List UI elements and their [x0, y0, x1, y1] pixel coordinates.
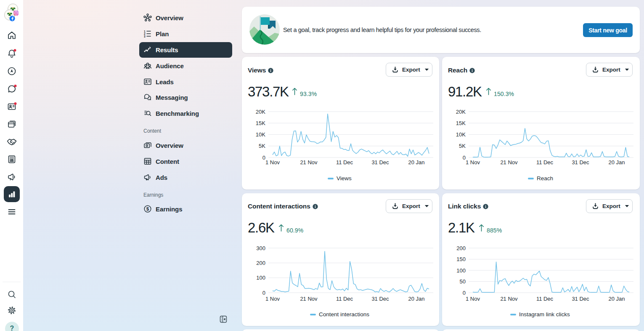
svg-text:10K: 10K	[456, 131, 466, 138]
svg-text:10K: 10K	[256, 131, 265, 138]
svg-text:0: 0	[262, 290, 265, 296]
svg-text:200: 200	[256, 260, 265, 266]
svg-text:15K: 15K	[456, 120, 466, 126]
svg-text:300: 300	[256, 245, 265, 251]
svg-text:50: 50	[460, 278, 466, 285]
svg-text:15K: 15K	[256, 120, 265, 126]
svg-text:100: 100	[256, 275, 265, 281]
svg-text:20K: 20K	[456, 109, 466, 115]
svg-text:5K: 5K	[259, 143, 265, 149]
svg-text:200: 200	[456, 245, 466, 251]
svg-text:5K: 5K	[459, 143, 466, 149]
svg-text:20K: 20K	[256, 109, 265, 115]
svg-text:0: 0	[463, 290, 466, 296]
svg-text:100: 100	[456, 267, 466, 274]
svg-text:150: 150	[456, 256, 466, 262]
